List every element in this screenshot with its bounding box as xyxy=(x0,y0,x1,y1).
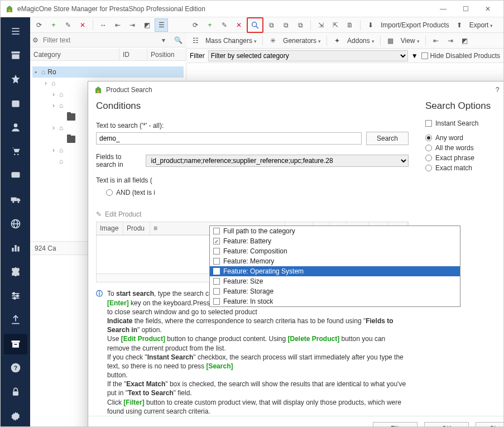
tree-root[interactable]: ▪⌂Ro xyxy=(32,66,184,78)
filter-text-input[interactable] xyxy=(41,35,155,45)
refresh-button[interactable]: ⟳ xyxy=(32,18,46,32)
t3-icon[interactable]: ◩ xyxy=(458,34,472,47)
gc-produ[interactable]: Produ xyxy=(123,222,150,235)
import-icon[interactable]: ⬇ xyxy=(364,18,377,32)
move-icon[interactable]: ⇥ xyxy=(126,18,139,32)
import-export-label[interactable]: Import/Export Products xyxy=(378,21,452,29)
delete-button[interactable]: ✕ xyxy=(76,18,89,32)
sidebar-star-icon[interactable] xyxy=(4,69,27,89)
generators-label[interactable]: Generators xyxy=(281,37,323,45)
copy3-icon[interactable]: ⧉ xyxy=(294,18,307,32)
filter-label: Filter xyxy=(190,52,205,60)
sidebar-sliders-icon[interactable] xyxy=(4,285,27,306)
view-label[interactable]: View xyxy=(399,37,422,45)
product-filter-row: Filter Filter by selected category ▼ Hid… xyxy=(186,49,503,63)
fields-dropdown-panel[interactable]: Full path to the category ✓Feature: Batt… xyxy=(209,226,460,307)
instant-search-checkbox[interactable]: Instant Search xyxy=(425,119,504,127)
exact-phrase-radio[interactable]: Exact phrase xyxy=(425,154,504,162)
col-position[interactable]: Position xyxy=(147,49,186,60)
gc-image[interactable]: Image xyxy=(97,222,123,235)
any-word-radio[interactable]: Any word xyxy=(425,134,504,142)
close-button[interactable]: ✕ xyxy=(477,1,499,17)
export-label[interactable]: Export xyxy=(467,21,496,29)
sidebar-puzzle-icon[interactable] xyxy=(4,261,27,282)
link-icon[interactable]: ⇲ xyxy=(314,18,328,32)
sidebar-gear-icon[interactable] xyxy=(4,406,27,426)
gear-icon[interactable]: ⚙ xyxy=(32,36,39,44)
sidebar-upload-icon[interactable] xyxy=(4,310,27,330)
dd-opt[interactable]: Feature: Memory xyxy=(210,256,460,266)
doc-icon[interactable]: 🗎 xyxy=(343,18,357,32)
sidebar-stats-icon[interactable] xyxy=(4,237,27,258)
dd-opt[interactable]: Full path to the category xyxy=(210,226,460,236)
text-to-search-input[interactable] xyxy=(96,132,362,145)
tool-b-icon[interactable]: ☰ xyxy=(155,18,168,32)
svg-rect-24 xyxy=(11,340,20,342)
sidebar-globe-icon[interactable] xyxy=(4,213,27,234)
dd-opt[interactable]: Feature: Composition xyxy=(210,246,460,256)
sidebar-orders-icon[interactable] xyxy=(4,93,27,113)
link2-icon[interactable]: ⇱ xyxy=(329,18,342,32)
sidebar-store-icon[interactable] xyxy=(4,45,27,65)
fields-select[interactable]: id_product;name;reference;supplier_refer… xyxy=(146,155,409,167)
gen-icon[interactable]: ✳ xyxy=(266,34,280,47)
export-icon[interactable]: ⬆ xyxy=(453,18,466,32)
edit2-button[interactable]: ✎ xyxy=(218,18,231,32)
add-button[interactable]: + xyxy=(47,18,60,32)
dd-opt[interactable]: ✓Feature: Battery xyxy=(210,236,460,246)
hide-disabled-checkbox[interactable]: Hide Disabled Products xyxy=(421,52,500,60)
t2-icon[interactable]: ⇥ xyxy=(444,34,457,47)
addons-label[interactable]: Addons xyxy=(345,37,377,45)
edit-button[interactable]: ✎ xyxy=(61,18,75,32)
minimize-button[interactable]: — xyxy=(432,1,454,17)
dd-opt-selected[interactable]: Feature: Operating System xyxy=(210,266,460,276)
svg-point-5 xyxy=(13,123,17,127)
all-words-radio[interactable]: All the words xyxy=(425,144,504,152)
filter-select[interactable]: Filter by selected category xyxy=(208,50,408,61)
svg-point-23 xyxy=(13,297,15,299)
copy-icon[interactable]: ⧉ xyxy=(265,18,278,32)
refresh2-button[interactable]: ⟳ xyxy=(189,18,202,32)
maximize-button[interactable]: ☐ xyxy=(454,1,477,17)
exact-match-radio[interactable]: Exact match xyxy=(425,164,504,172)
col-category[interactable]: Category xyxy=(30,49,119,60)
col-id[interactable]: ID xyxy=(119,49,147,60)
sidebar-truck-icon[interactable] xyxy=(4,189,27,210)
sidebar-chat-icon[interactable] xyxy=(4,165,27,186)
search-submit-button[interactable]: Search xyxy=(366,132,409,145)
view-icon[interactable]: ▦ xyxy=(384,34,397,47)
svg-point-6 xyxy=(14,154,15,156)
dialog-help-button[interactable]: ? xyxy=(489,83,504,97)
addon-icon[interactable]: ✦ xyxy=(330,34,344,47)
search-button[interactable] xyxy=(248,18,262,32)
edit-product-label[interactable]: Edit Product xyxy=(105,210,141,218)
copy2-icon[interactable]: ⧉ xyxy=(279,18,292,32)
search-options-heading: Search Options xyxy=(425,100,504,112)
svg-line-32 xyxy=(256,26,258,28)
and-radio[interactable]: AND (text is i xyxy=(106,189,409,196)
sidebar-menu-icon[interactable] xyxy=(4,21,27,41)
tool-a-icon[interactable]: ◩ xyxy=(140,18,153,32)
add2-button[interactable]: + xyxy=(203,18,217,32)
dd-opt[interactable]: Feature: Storage xyxy=(210,286,460,296)
close-dialog-button[interactable]: Close xyxy=(476,422,504,428)
filter-find-icon[interactable]: 🔍 xyxy=(172,35,184,46)
filter-funnel-icon[interactable]: ▼ xyxy=(411,52,418,60)
filter-clear-icon[interactable]: ▾ xyxy=(157,35,170,46)
sidebar-archive-icon[interactable] xyxy=(4,334,27,354)
dd-opt[interactable]: Feature: Size xyxy=(210,276,460,286)
dd-opt[interactable]: Feature: In stock xyxy=(210,296,460,306)
expand-icon[interactable]: ↔ xyxy=(97,18,110,32)
mass-icon[interactable]: ☷ xyxy=(189,34,202,47)
delete2-button[interactable]: ✕ xyxy=(232,18,246,32)
ok-button[interactable]: OK xyxy=(424,422,469,428)
sidebar-customer-icon[interactable] xyxy=(4,117,27,138)
sidebar-cart-icon[interactable] xyxy=(4,141,27,162)
t1-icon[interactable]: ⇤ xyxy=(429,34,443,47)
sidebar-lock-icon[interactable] xyxy=(4,382,27,402)
fields-label: Fields to search in xyxy=(96,153,141,169)
filter-button[interactable]: ▾Filter xyxy=(373,422,417,428)
sidebar-help-icon[interactable]: ? xyxy=(4,358,27,378)
collapse-icon[interactable]: ⇤ xyxy=(111,18,124,32)
mass-changers-label[interactable]: Mass Changers xyxy=(203,37,259,45)
